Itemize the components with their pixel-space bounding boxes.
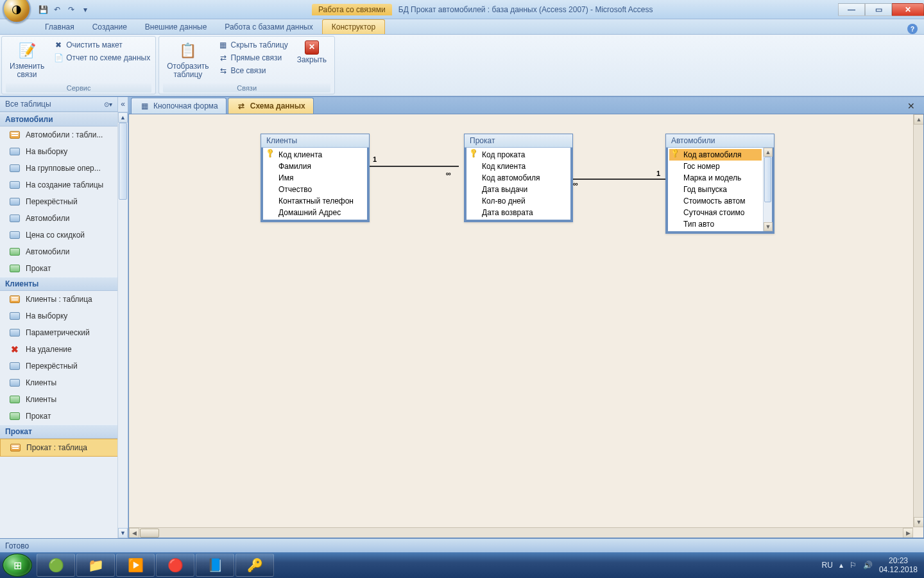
edit-relationships-button[interactable]: 📝 Изменить связи bbox=[6, 39, 48, 83]
nav-item-clients-form[interactable]: Клиенты bbox=[0, 374, 128, 391]
tray-show-hidden-icon[interactable]: ▴ bbox=[839, 561, 843, 570]
table-title[interactable]: Прокат bbox=[465, 134, 572, 148]
field-rental-id[interactable]: Код проката bbox=[468, 149, 569, 161]
nav-item-rental-report[interactable]: Прокат bbox=[0, 408, 128, 425]
nav-item-clients-table[interactable]: Клиенты : таблица bbox=[0, 291, 128, 308]
nav-item-select-query[interactable]: На выборку bbox=[0, 308, 128, 324]
tray-volume-icon[interactable]: 🔊 bbox=[863, 561, 873, 570]
nav-item-cars-form[interactable]: Автомобили bbox=[0, 210, 128, 227]
tray-clock[interactable]: 20:23 04.12.2018 bbox=[879, 556, 918, 575]
relationship-line[interactable] bbox=[568, 179, 665, 180]
nav-item-crosstab-query[interactable]: Перекрёстный bbox=[0, 358, 128, 374]
field-client-id[interactable]: Код клиента bbox=[468, 161, 569, 172]
minimize-button[interactable]: — bbox=[838, 3, 865, 16]
field-reg-number[interactable]: Гос номер bbox=[669, 161, 762, 172]
save-icon[interactable]: 💾 bbox=[37, 4, 49, 15]
table-title[interactable]: Автомобили bbox=[666, 134, 774, 148]
field-make-model[interactable]: Марка и модель bbox=[669, 172, 762, 184]
tab-design[interactable]: Конструктор bbox=[322, 19, 385, 34]
field-daily-cost[interactable]: Суточная стоимо bbox=[669, 207, 762, 218]
nav-item-group-query[interactable]: На групповые опер... bbox=[0, 160, 128, 177]
field-phone[interactable]: Контактный телефон bbox=[264, 195, 366, 207]
close-button[interactable]: ✕ bbox=[892, 3, 924, 16]
scroll-thumb[interactable] bbox=[119, 123, 127, 200]
field-year[interactable]: Год выпуска bbox=[669, 184, 762, 195]
doc-tab-relationships[interactable]: ⇄Схема данных bbox=[228, 98, 314, 114]
nav-pane-header[interactable]: Все таблицы ⊙▾ bbox=[0, 97, 117, 112]
field-car-type[interactable]: Тип авто bbox=[669, 218, 762, 230]
close-design-button[interactable]: ✕ Закрыть bbox=[293, 39, 330, 83]
scroll-up-icon[interactable]: ▲ bbox=[118, 112, 128, 123]
field-patronymic[interactable]: Отчество bbox=[264, 184, 366, 195]
tray-flag-icon[interactable]: ⚐ bbox=[850, 561, 857, 570]
scroll-down-icon[interactable]: ▼ bbox=[118, 528, 128, 538]
redo-icon[interactable]: ↷ bbox=[65, 4, 77, 15]
taskbar-app-word[interactable]: 📘 bbox=[196, 554, 234, 577]
scroll-down-icon[interactable]: ▼ bbox=[764, 222, 773, 231]
scroll-left-icon[interactable]: ◀ bbox=[129, 528, 139, 538]
maximize-button[interactable]: ▭ bbox=[865, 3, 892, 16]
table-title[interactable]: Клиенты bbox=[261, 134, 369, 148]
nav-scrollbar[interactable]: ▲ ▼ bbox=[117, 112, 128, 538]
nav-item-cars-table[interactable]: Автомобили : табли... bbox=[0, 127, 128, 143]
nav-item-crosstab-query[interactable]: Перекрёстный bbox=[0, 193, 128, 210]
tab-home[interactable]: Главная bbox=[36, 20, 83, 34]
canvas-hscrollbar[interactable]: ◀ ▶ bbox=[129, 527, 913, 538]
nav-item-cars-report[interactable]: Автомобили bbox=[0, 243, 128, 260]
nav-item-discount-form[interactable]: Цена со скидкой bbox=[0, 227, 128, 243]
field-client-id[interactable]: Код клиента bbox=[264, 149, 366, 161]
nav-group-cars[interactable]: Автомобили⌃ bbox=[0, 112, 128, 127]
field-car-id[interactable]: Код автомобиля bbox=[468, 172, 569, 184]
nav-item-param-query[interactable]: Параметрический bbox=[0, 324, 128, 341]
field-return-date[interactable]: Дата возврата bbox=[468, 207, 569, 218]
show-table-button[interactable]: 📋 Отобразить таблицу bbox=[163, 39, 212, 83]
all-relationships-button[interactable]: ⇆Все связи bbox=[217, 65, 289, 76]
nav-collapse-button[interactable]: « bbox=[117, 97, 128, 112]
qat-dropdown-icon[interactable]: ▾ bbox=[80, 4, 91, 15]
scroll-thumb[interactable] bbox=[764, 157, 771, 202]
scroll-right-icon[interactable]: ▶ bbox=[903, 528, 913, 538]
taskbar-app-mediaplayer[interactable]: ▶️ bbox=[116, 554, 155, 577]
tab-database-tools[interactable]: Работа с базами данных bbox=[216, 20, 321, 34]
tray-language[interactable]: RU bbox=[822, 561, 833, 570]
field-name[interactable]: Имя bbox=[264, 172, 366, 184]
scroll-up-icon[interactable]: ▲ bbox=[914, 114, 924, 125]
scroll-thumb[interactable] bbox=[140, 529, 159, 538]
doc-tab-close-button[interactable]: ✕ bbox=[901, 101, 921, 114]
taskbar-app-access[interactable]: 🔑 bbox=[235, 554, 274, 577]
clear-layout-button[interactable]: ✖Очистить макет bbox=[52, 39, 151, 51]
relationship-report-button[interactable]: 📄Отчет по схеме данных bbox=[52, 52, 151, 64]
scroll-down-icon[interactable]: ▼ bbox=[914, 517, 924, 527]
scroll-up-icon[interactable]: ▲ bbox=[764, 148, 773, 157]
doc-tab-switchboard[interactable]: ▦Кнопочная форма bbox=[131, 98, 227, 114]
field-car-id[interactable]: Код автомобиля bbox=[669, 149, 762, 161]
help-icon[interactable]: ? bbox=[907, 24, 918, 34]
table-box-clients[interactable]: Клиенты Код клиента Фамилия Имя Отчество… bbox=[261, 134, 370, 222]
direct-relationships-button[interactable]: ⇄Прямые связи bbox=[217, 52, 289, 64]
hide-table-button[interactable]: ▦Скрыть таблицу bbox=[217, 39, 289, 51]
field-days[interactable]: Кол-во дней bbox=[468, 195, 569, 207]
relationships-canvas[interactable]: 1 ∞ ∞ 1 Клиенты Код клиента Фамилия Имя … bbox=[128, 114, 924, 538]
table-scrollbar[interactable]: ▲ ▼ bbox=[763, 148, 772, 231]
taskbar-app-utorrent[interactable]: 🟢 bbox=[37, 554, 75, 577]
nav-group-clients[interactable]: Клиенты⌃ bbox=[0, 277, 128, 291]
nav-item-delete-query[interactable]: ✖На удаление bbox=[0, 341, 128, 358]
field-surname[interactable]: Фамилия bbox=[264, 161, 366, 172]
nav-item-rental-table[interactable]: Прокат : таблица bbox=[0, 439, 128, 457]
start-button[interactable]: ⊞ bbox=[3, 554, 32, 577]
table-box-cars[interactable]: Автомобили Код автомобиля Гос номер Марк… bbox=[665, 134, 774, 234]
table-box-rental[interactable]: Прокат Код проката Код клиента Код автом… bbox=[464, 134, 573, 222]
taskbar-app-chrome[interactable]: 🔴 bbox=[156, 554, 194, 577]
tab-create[interactable]: Создание bbox=[83, 20, 136, 34]
canvas-vscrollbar[interactable]: ▲ ▼ bbox=[913, 114, 923, 527]
undo-icon[interactable]: ↶ bbox=[51, 4, 63, 15]
relationship-line[interactable] bbox=[368, 166, 459, 167]
nav-group-rental[interactable]: Прокат⌃ bbox=[0, 425, 128, 439]
nav-item-select-query[interactable]: На выборку bbox=[0, 143, 128, 160]
nav-item-rental-report[interactable]: Прокат bbox=[0, 260, 128, 277]
nav-item-maketable-query[interactable]: На создание таблицы bbox=[0, 177, 128, 193]
tab-external-data[interactable]: Внешние данные bbox=[136, 20, 216, 34]
nav-item-clients-report[interactable]: Клиенты bbox=[0, 391, 128, 408]
taskbar-app-explorer[interactable]: 📁 bbox=[76, 554, 115, 577]
field-address[interactable]: Домашний Адрес bbox=[264, 207, 366, 218]
